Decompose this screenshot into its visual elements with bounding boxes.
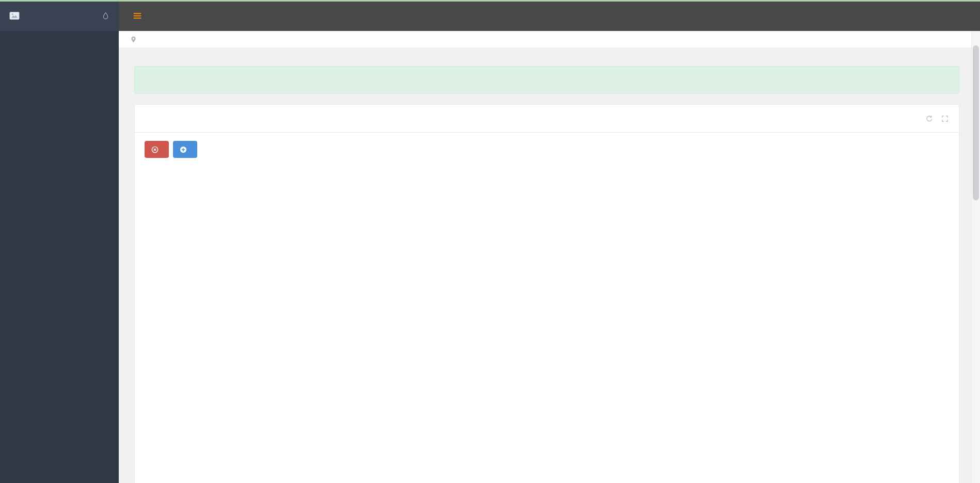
scrollbar-thumb[interactable] (973, 45, 979, 200)
expand-icon[interactable] (941, 115, 949, 122)
circle-x-icon (151, 146, 159, 153)
top-navbar (119, 0, 980, 31)
circle-plus-icon (180, 146, 187, 153)
breadcrumb (119, 31, 980, 47)
panel-body (135, 133, 959, 165)
main-area (119, 0, 980, 483)
alert-banner (134, 66, 959, 94)
refresh-icon[interactable] (926, 115, 933, 122)
water-drop-icon[interactable] (102, 12, 109, 20)
sidebar (0, 0, 119, 483)
batch-delete-button[interactable] (145, 141, 169, 158)
top-progress-bar (0, 0, 980, 2)
add-button[interactable] (173, 141, 197, 158)
hamburger-menu-icon[interactable] (133, 12, 142, 20)
location-pin-icon (130, 36, 137, 43)
sidebar-menu (0, 31, 119, 38)
broken-image-icon (9, 11, 20, 20)
table-toolbar (145, 141, 958, 158)
page-content (119, 47, 971, 483)
logo-bar (0, 0, 119, 31)
vertical-scrollbar[interactable] (971, 31, 980, 483)
panel-header (135, 105, 959, 133)
member-list-panel (134, 104, 959, 483)
